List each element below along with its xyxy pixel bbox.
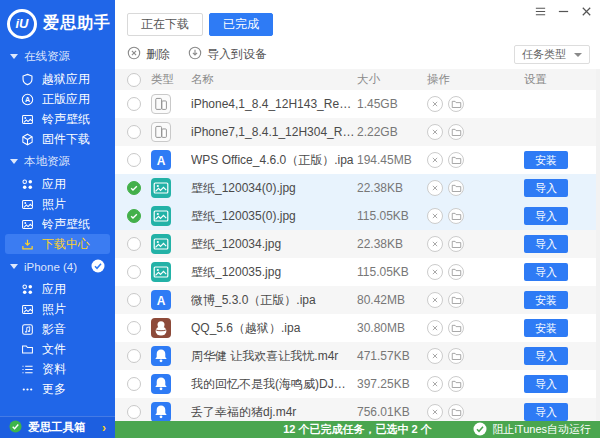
open-folder-button[interactable]: [448, 124, 464, 140]
table-row[interactable]: 丢了幸福的猪dj.m4r756.01KB导入: [115, 398, 600, 421]
sidebar-item-local-apps[interactable]: 应用: [0, 174, 115, 194]
table-row[interactable]: 壁纸_120035.jpg115.05KB导入: [115, 258, 600, 286]
delete-task-button[interactable]: [427, 236, 443, 252]
open-folder-button[interactable]: [448, 152, 464, 168]
table-row[interactable]: iPhone4,1_8.4_12H143_Restore.ipsw1.45GB: [115, 90, 600, 118]
import-button[interactable]: 导入: [524, 375, 568, 393]
file-size: 194.45MB: [357, 153, 427, 167]
table-row[interactable]: 壁纸_120034.jpg22.38KB导入: [115, 230, 600, 258]
minimize-icon[interactable]: [556, 4, 570, 18]
delete-task-button[interactable]: [427, 320, 443, 336]
open-folder-button[interactable]: [448, 180, 464, 196]
install-button[interactable]: 安装: [524, 151, 568, 169]
sidebar-item-iphone-media[interactable]: 影音: [0, 319, 115, 339]
table-row[interactable]: 周华健 让我欢喜让我忧.m4r471.57KB导入: [115, 342, 600, 370]
qq-file-icon: [151, 318, 171, 338]
row-checkbox[interactable]: [127, 153, 141, 167]
install-button[interactable]: 安装: [524, 319, 568, 337]
close-icon[interactable]: [579, 4, 593, 18]
sidebar-item-iphone-photos[interactable]: 照片: [0, 299, 115, 319]
import-to-device-button[interactable]: 导入到设备: [188, 46, 267, 63]
delete-task-button[interactable]: [427, 152, 443, 168]
row-checkbox[interactable]: [127, 377, 141, 391]
row-checkbox[interactable]: [127, 209, 141, 223]
select-all-checkbox[interactable]: [127, 73, 141, 87]
sidebar-item-local-photos[interactable]: 照片: [0, 194, 115, 214]
sidebar-item-iphone-apps[interactable]: 应用: [0, 279, 115, 299]
row-checkbox[interactable]: [127, 293, 141, 307]
table-row[interactable]: A微博_5.3.0（正版）.ipa80.42MB安装: [115, 286, 600, 314]
row-checkbox[interactable]: [127, 405, 141, 419]
tab-downloading[interactable]: 正在下载: [127, 13, 203, 36]
open-folder-button[interactable]: [448, 376, 464, 392]
table-row[interactable]: AWPS Office_4.6.0（正版）.ipa194.45MB安装: [115, 146, 600, 174]
import-button[interactable]: 导入: [524, 235, 568, 253]
sidebar-item-download-center[interactable]: 下载中心: [5, 234, 110, 254]
task-type-dropdown[interactable]: 任务类型: [514, 45, 590, 64]
delete-task-button[interactable]: [427, 264, 443, 280]
scrollbar[interactable]: [596, 69, 600, 421]
row-checkbox[interactable]: [127, 125, 141, 139]
header-size: 大小: [357, 72, 427, 87]
tab-completed[interactable]: 已完成: [209, 13, 273, 36]
delete-label: 删除: [146, 46, 170, 63]
row-checkbox[interactable]: [127, 181, 141, 195]
open-folder-button[interactable]: [448, 292, 464, 308]
table-row[interactable]: 壁纸_120034(0).jpg22.38KB导入: [115, 174, 600, 202]
sidebar-item-iphone-data[interactable]: 资料: [0, 359, 115, 379]
table-row[interactable]: 壁纸_120035(0).jpg115.05KB导入: [115, 202, 600, 230]
delete-button[interactable]: 删除: [127, 46, 170, 63]
row-checkbox[interactable]: [127, 321, 141, 335]
delete-task-button[interactable]: [427, 404, 443, 420]
folder-icon: [20, 342, 34, 356]
open-folder-button[interactable]: [448, 320, 464, 336]
sidebar-item-firmware-download[interactable]: 固件下载: [0, 129, 115, 149]
sidebar-item-local-ringtones-wallpapers[interactable]: 铃声壁纸: [0, 214, 115, 234]
table-header: 类型 名称 大小 操作 设置: [115, 69, 600, 90]
table-row[interactable]: QQ_5.6（越狱）.ipa30.80MB安装: [115, 314, 600, 342]
delete-task-button[interactable]: [427, 348, 443, 364]
delete-task-button[interactable]: [427, 180, 443, 196]
delete-task-button[interactable]: [427, 292, 443, 308]
header-setting: 设置: [512, 72, 600, 87]
sidebar-section-online-resources[interactable]: 在线资源: [0, 44, 115, 69]
block-itunes-autorun-toggle[interactable]: 阻止iTunes自动运行: [473, 422, 591, 438]
open-folder-button[interactable]: [448, 236, 464, 252]
delete-task-button[interactable]: [427, 376, 443, 392]
sidebar-section-iphone[interactable]: iPhone (4): [0, 254, 115, 279]
open-folder-button[interactable]: [448, 264, 464, 280]
delete-task-button[interactable]: [427, 96, 443, 112]
import-button[interactable]: 导入: [524, 263, 568, 281]
sidebar-item-label: 下载中心: [42, 236, 90, 253]
svg-text:A: A: [157, 154, 166, 168]
sidebar-item-genuine-apps[interactable]: A正版应用: [0, 89, 115, 109]
row-checkbox[interactable]: [127, 349, 141, 363]
delete-task-button[interactable]: [427, 124, 443, 140]
table-row[interactable]: iPhone7,1_8.4.1_12H304_Restore.ipsw2.22G…: [115, 118, 600, 146]
table-row[interactable]: 我的回忆不是我(海鸣威)DJ版.m4r397.25KB导入: [115, 370, 600, 398]
open-folder-button[interactable]: [448, 208, 464, 224]
sidebar-item-ringtones-wallpapers[interactable]: 铃声壁纸: [0, 109, 115, 129]
import-button[interactable]: 导入: [524, 179, 568, 197]
delete-task-button[interactable]: [427, 208, 443, 224]
status-check-icon: [473, 422, 487, 438]
sidebar-item-label: 应用: [42, 176, 66, 193]
row-checkbox[interactable]: [127, 237, 141, 251]
import-button[interactable]: 导入: [524, 207, 568, 225]
sidebar-item-jailbreak-apps[interactable]: 越狱应用: [0, 69, 115, 89]
open-folder-button[interactable]: [448, 404, 464, 420]
toolbox-bar[interactable]: 爱思工具箱 ›: [0, 416, 115, 438]
open-folder-button[interactable]: [448, 96, 464, 112]
import-button[interactable]: 导入: [524, 403, 568, 421]
import-button[interactable]: 导入: [524, 347, 568, 365]
install-button[interactable]: 安装: [524, 291, 568, 309]
block-itunes-label: 阻止iTunes自动运行: [492, 422, 591, 437]
open-folder-button[interactable]: [448, 348, 464, 364]
row-checkbox[interactable]: [127, 97, 141, 111]
menu-icon[interactable]: [533, 4, 547, 18]
appstore-file-icon: A: [151, 150, 171, 170]
sidebar-item-iphone-more[interactable]: 更多: [0, 379, 115, 399]
row-checkbox[interactable]: [127, 265, 141, 279]
sidebar-section-local-resources[interactable]: 本地资源: [0, 149, 115, 174]
sidebar-item-iphone-files[interactable]: 文件: [0, 339, 115, 359]
